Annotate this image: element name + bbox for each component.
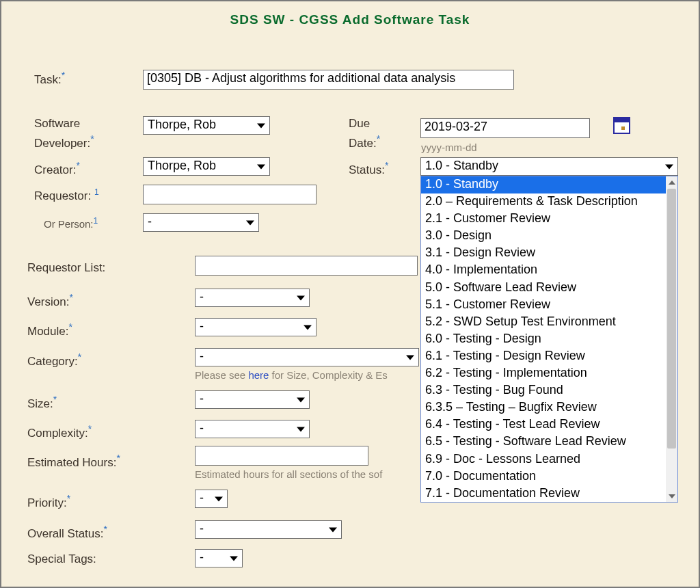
category-select[interactable]: - <box>195 348 419 366</box>
task-label: Task:* <box>34 70 65 87</box>
status-option[interactable]: 6.2 - Testing - Implementation <box>421 365 666 382</box>
creator-label: Creator:* <box>34 160 80 177</box>
complexity-label: Complexity:* <box>27 423 92 440</box>
status-option[interactable]: 6.0 - Testing - Design <box>421 331 666 348</box>
estimated-hours-input[interactable] <box>195 446 368 466</box>
status-option[interactable]: 6.5 - Testing - Software Lead Review <box>421 433 666 451</box>
scroll-down-button[interactable] <box>666 490 677 502</box>
or-person-label: Or Person:1 <box>44 216 98 230</box>
requestor-list-label: Requestor List: <box>27 261 105 275</box>
priority-select[interactable]: - <box>195 490 228 508</box>
status-option[interactable]: 3.1 - Design Review <box>421 245 666 262</box>
chevron-down-icon <box>329 527 337 532</box>
scrollbar[interactable] <box>666 176 677 502</box>
version-select[interactable]: - <box>195 289 310 307</box>
status-option[interactable]: 5.2 - SWD Setup Test Environment <box>421 314 666 331</box>
scroll-thumb[interactable] <box>667 189 676 449</box>
requestor-label: Requestor: 1 <box>34 187 99 203</box>
chevron-down-icon <box>665 164 673 169</box>
size-label: Size:* <box>27 394 57 411</box>
status-option[interactable]: 4.0 - Implementation <box>421 262 666 279</box>
scroll-up-button[interactable] <box>666 176 677 188</box>
status-label: Status:* <box>349 160 388 177</box>
chevron-down-icon <box>297 427 305 431</box>
estimated-hours-hint: Estimated hours for all sections of the … <box>195 468 382 480</box>
category-hint: Please see here for Size, Complexity & E… <box>195 369 388 381</box>
chevron-down-icon <box>297 295 305 300</box>
status-option[interactable]: 1.0 - Standby <box>421 176 666 193</box>
date-format-hint: yyyy-mm-dd <box>421 142 477 153</box>
requestor-list-input[interactable] <box>195 256 418 276</box>
status-dropdown-list[interactable]: 1.0 - Standby2.0 – Requirements & Task D… <box>420 176 678 503</box>
status-option[interactable]: 6.9 - Doc - Lessons Learned <box>421 451 666 468</box>
version-label: Version:* <box>27 292 73 309</box>
status-option[interactable]: 3.0 - Design <box>421 228 666 245</box>
priority-label: Priority:* <box>27 493 70 510</box>
special-tags-select[interactable]: - <box>195 549 243 567</box>
chevron-down-icon <box>406 355 414 360</box>
software-developer-select[interactable]: Thorpe, Rob <box>143 116 270 135</box>
chevron-down-icon <box>257 123 265 128</box>
requestor-input[interactable] <box>143 185 317 204</box>
status-option[interactable]: 6.1 - Testing - Design Review <box>421 348 666 365</box>
complexity-select[interactable]: - <box>195 420 310 438</box>
status-option[interactable]: 2.1 - Customer Review <box>421 211 666 228</box>
chevron-down-icon <box>297 397 305 402</box>
category-label: Category:* <box>27 351 81 369</box>
overall-status-label: Overall Status:* <box>27 524 107 541</box>
chevron-down-icon <box>246 220 254 225</box>
status-select[interactable]: 1.0 - Standby <box>420 157 678 176</box>
status-option[interactable]: 6.3 - Testing - Bug Found <box>421 382 666 399</box>
size-select[interactable]: - <box>195 390 310 409</box>
overall-status-select[interactable]: - <box>195 520 342 539</box>
chevron-down-icon <box>215 496 223 501</box>
chevron-down-icon <box>304 325 312 330</box>
task-input[interactable]: [0305] DB - Adjust algorithms for additi… <box>143 70 514 90</box>
creator-select[interactable]: Thorpe, Rob <box>143 157 270 176</box>
module-label: Module:* <box>27 321 72 338</box>
software-developer-label: Software Developer:* <box>34 116 94 151</box>
status-option[interactable]: 6.4 - Testing - Test Lead Review <box>421 416 666 433</box>
or-person-select[interactable]: - <box>143 213 259 232</box>
status-option[interactable]: 6.3.5 – Testing – Bugfix Review <box>421 399 666 416</box>
calendar-icon[interactable] <box>613 117 630 134</box>
due-date-input[interactable]: 2019-03-27 <box>420 118 590 138</box>
category-hint-link[interactable]: here <box>248 369 269 381</box>
status-option[interactable]: 2.0 – Requirements & Task Description <box>421 193 666 211</box>
status-option[interactable]: 7.1 - Documentation Review <box>421 485 666 502</box>
special-tags-label: Special Tags: <box>27 552 96 566</box>
estimated-hours-label: Estimated Hours:* <box>27 453 120 470</box>
status-option[interactable]: 7.0 - Documentation <box>421 468 666 485</box>
chevron-down-icon <box>230 556 238 561</box>
chevron-down-icon <box>257 164 265 169</box>
status-option[interactable]: 5.0 - Software Lead Review <box>421 280 666 297</box>
page-title: SDS SW - CGSS Add Software Task <box>1 1 699 27</box>
module-select[interactable]: - <box>195 318 317 336</box>
due-date-label: Due Date:* <box>349 116 380 151</box>
status-option[interactable]: 5.1 - Customer Review <box>421 297 666 314</box>
